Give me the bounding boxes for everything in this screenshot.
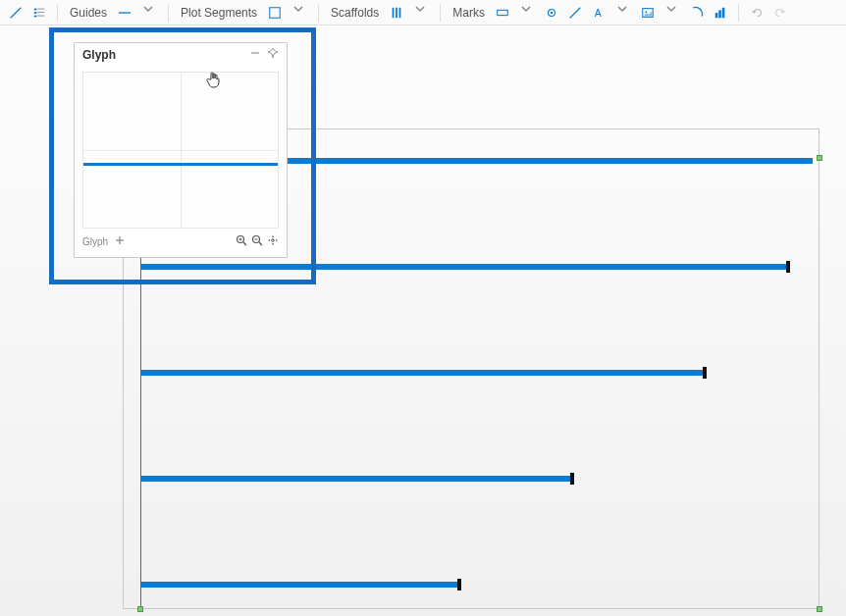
line-mark-icon[interactable]: [565, 3, 585, 23]
bar-row-2[interactable]: [140, 264, 788, 270]
nested-chart-icon[interactable]: [711, 3, 730, 23]
glyph-panel-footer: Glyph: [75, 229, 287, 252]
svg-rect-2: [34, 12, 37, 14]
toolbar: Guides Plot Segments Scaffolds Marks A: [0, 0, 846, 26]
bar-cap: [570, 473, 574, 485]
svg-rect-10: [399, 7, 401, 18]
separator: [168, 4, 169, 22]
scaffold-icon[interactable]: [387, 3, 406, 23]
pan-icon[interactable]: [267, 234, 279, 248]
svg-rect-11: [498, 10, 508, 15]
bar-cap: [457, 579, 461, 590]
guide-line-icon[interactable]: [115, 3, 134, 23]
glyph-panel-title: Glyph: [82, 48, 116, 62]
separator: [738, 4, 739, 22]
rect-mark-icon[interactable]: [493, 3, 512, 23]
bar-cap: [786, 261, 790, 273]
glyph-panel-header[interactable]: Glyph: [75, 43, 287, 66]
legend-tool-icon[interactable]: [29, 3, 49, 23]
svg-rect-1: [37, 8, 44, 9]
minimize-icon[interactable]: [249, 47, 261, 62]
data-axis-icon[interactable]: [687, 3, 707, 23]
image-mark-icon[interactable]: [638, 3, 658, 23]
svg-line-25: [243, 242, 246, 245]
undo-icon[interactable]: [747, 3, 767, 23]
svg-rect-9: [396, 7, 397, 18]
bar-row-5[interactable]: [140, 582, 459, 588]
svg-rect-0: [34, 8, 37, 10]
svg-point-31: [272, 239, 275, 242]
svg-point-17: [645, 11, 647, 13]
bar-cap: [703, 367, 707, 379]
glyph-footer-label: Glyph: [82, 236, 108, 247]
svg-rect-19: [718, 10, 721, 18]
separator: [57, 4, 58, 22]
redo-icon[interactable]: [770, 3, 790, 23]
svg-rect-20: [722, 7, 725, 18]
symbol-mark-icon[interactable]: [542, 3, 561, 23]
glyph-axis-horizontal: [83, 150, 278, 151]
svg-point-13: [551, 11, 554, 14]
image-mark-dropdown[interactable]: [663, 3, 683, 23]
svg-rect-4: [34, 15, 37, 17]
plot-segments-dropdown[interactable]: [291, 3, 310, 23]
svg-rect-8: [393, 7, 395, 18]
link-tool-icon[interactable]: [6, 3, 26, 23]
plot-handle-bl[interactable]: [137, 606, 143, 612]
zoom-out-icon[interactable]: [251, 234, 263, 248]
add-glyph-button[interactable]: [114, 234, 126, 248]
svg-line-14: [570, 7, 581, 18]
region-2d-icon[interactable]: [265, 3, 285, 23]
text-mark-icon[interactable]: A: [589, 3, 608, 23]
guides-dropdown[interactable]: [140, 3, 160, 23]
guides-label: Guides: [66, 6, 111, 20]
bar-row-3[interactable]: [140, 370, 705, 376]
separator: [318, 4, 319, 22]
scaffolds-dropdown[interactable]: [412, 3, 432, 23]
svg-rect-3: [37, 12, 44, 13]
glyph-editor-body[interactable]: [82, 72, 279, 229]
plot-handle-br[interactable]: [817, 606, 822, 612]
svg-rect-5: [37, 15, 44, 16]
svg-text:A: A: [595, 6, 602, 18]
svg-rect-18: [715, 13, 718, 18]
plot-handle-tr[interactable]: [817, 155, 822, 161]
svg-rect-7: [270, 7, 281, 18]
bar-row-4[interactable]: [140, 476, 572, 482]
glyph-line-mark[interactable]: [83, 163, 278, 166]
pin-icon[interactable]: [267, 47, 279, 62]
zoom-in-icon[interactable]: [236, 234, 247, 248]
rect-mark-dropdown[interactable]: [518, 3, 538, 23]
separator: [440, 4, 441, 22]
glyph-panel[interactable]: Glyph Glyph: [74, 42, 288, 258]
scaffolds-label: Scaffolds: [327, 6, 383, 20]
text-mark-dropdown[interactable]: [614, 3, 634, 23]
svg-line-29: [259, 242, 262, 245]
marks-label: Marks: [449, 6, 489, 20]
plot-segments-label: Plot Segments: [177, 6, 261, 20]
